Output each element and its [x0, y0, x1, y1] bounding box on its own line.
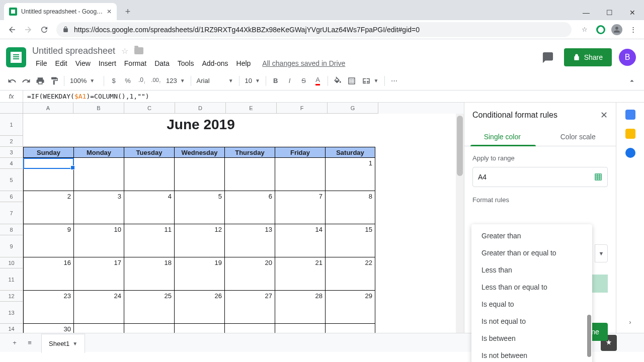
menu-data[interactable]: Data	[151, 57, 173, 69]
calendar-cell[interactable]	[174, 324, 224, 333]
calendar-cell[interactable]: 4	[124, 191, 174, 224]
day-header[interactable]: Saturday	[325, 147, 375, 158]
calendar-cell[interactable]	[124, 158, 174, 191]
maximize-button[interactable]: ☐	[598, 5, 621, 20]
dropdown-option[interactable]: Is not between	[471, 347, 592, 362]
day-header[interactable]: Thursday	[224, 147, 275, 158]
calendar-cell[interactable]: 18	[124, 257, 174, 291]
close-window-button[interactable]: ✕	[621, 5, 644, 20]
calendar-cell[interactable]	[124, 324, 174, 333]
row-header[interactable]: 1	[0, 114, 23, 136]
calendar-cell[interactable]: 9	[23, 224, 73, 257]
row-header[interactable]: 7	[0, 202, 23, 224]
calendar-cell[interactable]	[275, 158, 325, 191]
col-header-a[interactable]: A	[23, 103, 73, 114]
dropdown-option[interactable]: Greater than or equal to	[471, 244, 592, 261]
vertical-scrollbar[interactable]	[456, 114, 464, 333]
new-tab-button[interactable]: +	[121, 5, 135, 19]
calendar-cell[interactable]: 28	[275, 291, 325, 324]
italic-button[interactable]: I	[283, 74, 297, 88]
calendar-cell[interactable]: 26	[174, 291, 224, 324]
col-header-b[interactable]: B	[73, 103, 124, 114]
rail-expand-icon[interactable]: ›	[629, 318, 631, 326]
calendar-cell[interactable]: 8	[325, 191, 375, 224]
calendar-cell[interactable]: 11	[124, 224, 174, 257]
calendar-cell[interactable]: 7	[275, 191, 325, 224]
menu-edit[interactable]: Edit	[52, 57, 71, 69]
calendar-title[interactable]: June 2019	[23, 114, 378, 136]
select-all-corner[interactable]	[0, 103, 23, 114]
back-button[interactable]	[4, 22, 20, 38]
calendar-cell[interactable]	[224, 158, 275, 191]
panel-close-icon[interactable]: ✕	[600, 110, 608, 121]
fx-label[interactable]: fx	[0, 90, 23, 102]
sheets-logo[interactable]	[6, 47, 26, 67]
calendar-cell[interactable]: 29	[325, 291, 375, 324]
row-header[interactable]: 11	[0, 268, 23, 291]
col-header-c[interactable]: C	[124, 103, 175, 114]
calendar-cell[interactable]: 14	[275, 224, 325, 257]
row-header[interactable]: 3	[0, 147, 23, 158]
menu-help[interactable]: Help	[233, 57, 255, 69]
dropdown-scrollbar[interactable]	[587, 315, 591, 357]
calendar-cell[interactable]	[275, 324, 325, 333]
calendar-cell[interactable]: 20	[224, 257, 275, 291]
font-dropdown[interactable]: Arial▼	[194, 74, 236, 87]
dropdown-option[interactable]: Greater than	[471, 227, 592, 244]
calendar-cell[interactable]: 5	[174, 191, 224, 224]
minimize-button[interactable]: —	[575, 5, 598, 20]
spreadsheet-grid[interactable]: A B C D E F G 1 2 3 4 5 6 7 8 9 10 11 12…	[0, 103, 464, 333]
menu-file[interactable]: File	[32, 57, 51, 69]
dropdown-option[interactable]: Less than or equal to	[471, 279, 592, 296]
dropdown-option[interactable]: Is equal to	[471, 296, 592, 313]
day-header[interactable]: Tuesday	[124, 147, 174, 158]
redo-button[interactable]	[19, 74, 33, 88]
save-status[interactable]: All changes saved in Drive	[262, 57, 345, 69]
day-header[interactable]: Friday	[275, 147, 325, 158]
comments-button[interactable]	[539, 48, 557, 66]
bold-button[interactable]: B	[269, 74, 283, 88]
doc-title[interactable]: Untitled spreadsheet	[32, 46, 115, 56]
tab-color-scale[interactable]: Color scale	[540, 128, 616, 146]
calendar-addon-icon[interactable]	[625, 110, 635, 120]
undo-button[interactable]	[5, 74, 19, 88]
day-header[interactable]: Wednesday	[174, 147, 224, 158]
zoom-dropdown[interactable]: 100%▼	[67, 74, 101, 87]
day-header[interactable]: Monday	[73, 147, 124, 158]
more-button[interactable]: ⋯	[387, 74, 401, 88]
strikethrough-button[interactable]: S	[297, 74, 311, 88]
row-header[interactable]: 14	[0, 324, 23, 333]
address-field[interactable]: https://docs.google.com/spreadsheets/d/1…	[56, 22, 572, 37]
day-header[interactable]: Sunday	[23, 147, 73, 158]
calendar-cell[interactable]: 30	[23, 324, 73, 333]
menu-view[interactable]: View	[72, 57, 94, 69]
dropdown-option[interactable]: Is between	[471, 330, 592, 347]
select-range-icon[interactable]	[594, 173, 602, 181]
dropdown-option[interactable]: Is not equal to	[471, 313, 592, 330]
row-header[interactable]: 9	[0, 235, 23, 257]
row-header[interactable]: 2	[0, 136, 23, 147]
calendar-cell[interactable]: 16	[23, 257, 73, 291]
calendar-cell[interactable]: 12	[174, 224, 224, 257]
calendar-cell[interactable]	[73, 324, 124, 333]
calendar-cell[interactable]: 10	[73, 224, 124, 257]
bookmark-star-icon[interactable]: ☆	[578, 23, 592, 37]
menu-tools[interactable]: Tools	[174, 57, 198, 69]
dropdown-option[interactable]: Less than	[471, 261, 592, 279]
row-header[interactable]: 5	[0, 169, 23, 191]
number-format-dropdown[interactable]: 123▼	[163, 74, 188, 87]
calendar-cell[interactable]: 27	[224, 291, 275, 324]
calendar-cell[interactable]: 24	[73, 291, 124, 324]
calendar-cell[interactable]	[174, 158, 224, 191]
rule-select-caret[interactable]: ▼	[595, 244, 608, 262]
all-sheets-button[interactable]: ≡	[22, 335, 37, 350]
calendar-cell[interactable]	[325, 324, 375, 333]
calendar-cell[interactable]: 21	[275, 257, 325, 291]
fill-color-button[interactable]	[331, 74, 345, 88]
tasks-addon-icon[interactable]	[625, 148, 635, 158]
calendar-cell[interactable]: 19	[174, 257, 224, 291]
borders-button[interactable]	[345, 74, 359, 88]
font-size-dropdown[interactable]: 10▼	[242, 74, 263, 87]
calendar-cell[interactable]: 22	[325, 257, 375, 291]
forward-button[interactable]	[20, 22, 36, 38]
